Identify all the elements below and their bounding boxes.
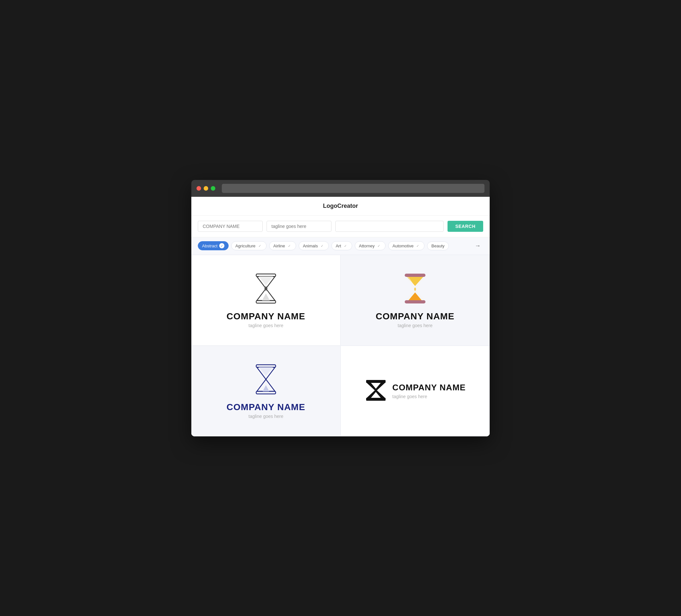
filter-animals-label: Animals [303,243,318,248]
check-icon: ✓ [219,243,224,248]
hourglass-icon-2 [402,272,428,306]
company-name-3: COMPANY NAME [227,402,305,412]
check-icon: ✓ [257,243,262,248]
filter-beauty[interactable]: Beauty [427,241,449,250]
filter-bar: Abstract ✓ Agriculture ✓ Airline ✓ Anima… [191,237,490,255]
url-bar[interactable] [222,184,484,193]
keyword-input[interactable] [335,221,444,232]
check-icon: ✓ [287,243,292,248]
close-button[interactable] [197,186,201,190]
search-button[interactable]: SEARCH [448,221,483,232]
check-icon: ✓ [320,243,325,248]
svg-rect-12 [366,398,385,401]
filter-automotive[interactable]: Automotive ✓ [388,241,425,250]
search-bar: SEARCH [191,215,490,237]
filter-airline[interactable]: Airline ✓ [269,241,296,250]
svg-point-6 [414,288,416,291]
app-title: LogoCreator [323,203,358,209]
logo-inline-4: COMPANY NAME tagline goes here [364,379,466,403]
filter-beauty-label: Beauty [431,243,444,248]
app-header: LogoCreator [191,197,490,215]
minimize-button[interactable] [204,186,208,190]
logo-card-2[interactable]: COMPANY NAME tagline goes here [340,255,490,345]
check-icon: ✓ [415,243,420,248]
filter-agriculture[interactable]: Agriculture ✓ [231,241,267,250]
logo-card-4[interactable]: COMPANY NAME tagline goes here [340,345,490,436]
company-name-input[interactable] [198,221,263,232]
check-icon: ✓ [376,243,381,248]
filter-automotive-label: Automotive [393,243,413,248]
filter-art[interactable]: Art ✓ [331,241,352,250]
svg-point-10 [265,379,267,380]
tagline-input[interactable] [267,221,331,232]
svg-rect-4 [405,274,426,277]
check-icon: ✓ [343,243,348,248]
svg-rect-11 [366,380,385,383]
filter-attorney[interactable]: Attorney ✓ [355,241,385,250]
tagline-4: tagline goes here [393,394,466,399]
app-container: LogoCreator SEARCH Abstract ✓ Agricultur… [191,197,490,436]
filter-attorney-label: Attorney [359,243,375,248]
browser-titlebar [191,180,490,197]
hourglass-icon-3 [253,363,279,397]
card4-text-block: COMPANY NAME tagline goes here [393,383,466,399]
logo-card-1[interactable]: COMPANY NAME tagline goes here [191,255,340,345]
company-name-1: COMPANY NAME [227,311,305,322]
hourglass-icon-4 [364,379,387,403]
filter-agriculture-label: Agriculture [235,243,255,248]
filter-airline-label: Airline [273,243,285,248]
logo-card-3[interactable]: COMPANY NAME tagline goes here [191,345,340,436]
filter-animals[interactable]: Animals ✓ [299,241,329,250]
filter-art-label: Art [336,243,341,248]
company-name-4: COMPANY NAME [393,383,466,393]
tagline-1: tagline goes here [248,323,283,328]
filter-abstract[interactable]: Abstract ✓ [198,241,229,250]
filter-abstract-label: Abstract [202,243,218,248]
svg-rect-5 [405,300,426,304]
maximize-button[interactable] [211,186,215,190]
hourglass-icon-1 [253,272,279,306]
tagline-3: tagline goes here [248,414,283,419]
browser-window: LogoCreator SEARCH Abstract ✓ Agricultur… [191,180,490,436]
filter-next-button[interactable]: → [472,241,483,251]
logo-grid: COMPANY NAME tagline goes here [191,255,490,436]
company-name-2: COMPANY NAME [376,311,455,322]
tagline-2: tagline goes here [398,323,432,328]
